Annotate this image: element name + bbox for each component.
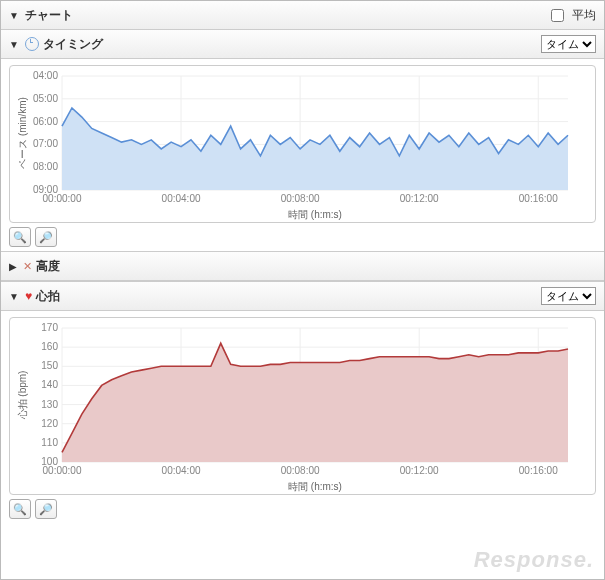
zoom-out-button[interactable]: 🔎 [35,499,57,519]
svg-text:時間 (h:m:s): 時間 (h:m:s) [288,481,342,492]
svg-text:00:00:00: 00:00:00 [43,193,82,204]
svg-text:00:16:00: 00:16:00 [519,465,558,476]
hr-chart: 10011012013014015016017000:00:0000:04:00… [9,317,596,495]
svg-text:00:04:00: 00:04:00 [162,465,201,476]
timing-chart: 04:0005:0006:0007:0008:0009:0000:00:0000… [9,65,596,223]
svg-text:04:00: 04:00 [33,70,58,81]
collapse-icon[interactable]: ▼ [9,10,19,21]
clock-icon [25,37,39,51]
svg-text:120: 120 [41,418,58,429]
average-toggle[interactable]: 平均 [551,7,596,24]
collapse-icon[interactable]: ▼ [9,291,19,302]
hr-tools: 🔍 🔎 [9,499,596,519]
svg-text:05:00: 05:00 [33,93,58,104]
zoom-in-button[interactable]: 🔍 [9,499,31,519]
collapse-icon[interactable]: ▼ [9,39,19,50]
svg-text:140: 140 [41,379,58,390]
header-title: チャート [25,7,551,24]
zoom-out-button[interactable]: 🔎 [35,227,57,247]
svg-text:110: 110 [41,437,58,448]
svg-text:150: 150 [41,360,58,371]
section-hr: ▼ ♥ 心拍 タイム 10011012013014015016017000:00… [1,282,604,523]
timing-tools: 🔍 🔎 [9,227,596,247]
average-checkbox[interactable] [551,9,564,22]
section-elevation: ▶ ✕ 高度 [1,252,604,282]
expand-icon[interactable]: ▶ [9,261,17,272]
svg-text:心拍 (bpm): 心拍 (bpm) [17,371,28,421]
svg-text:00:16:00: 00:16:00 [519,193,558,204]
svg-text:170: 170 [41,322,58,333]
section-hr-header: ▼ ♥ 心拍 タイム [1,282,604,311]
section-timing-title: タイミング [43,36,541,53]
svg-text:00:00:00: 00:00:00 [43,465,82,476]
svg-text:00:08:00: 00:08:00 [281,193,320,204]
section-elevation-header: ▶ ✕ 高度 [1,252,604,281]
svg-text:06:00: 06:00 [33,116,58,127]
hr-axis-select[interactable]: タイム [541,287,596,305]
timing-chart-wrap: 04:0005:0006:0007:0008:0009:0000:00:0000… [1,59,604,251]
svg-text:00:08:00: 00:08:00 [281,465,320,476]
header-bar: ▼ チャート 平均 [1,1,604,30]
average-label: 平均 [572,7,596,24]
hr-chart-wrap: 10011012013014015016017000:00:0000:04:00… [1,311,604,523]
svg-text:時間 (h:m:s): 時間 (h:m:s) [288,209,342,220]
watermark: Response. [474,547,594,573]
svg-text:07:00: 07:00 [33,138,58,149]
svg-text:00:12:00: 00:12:00 [400,465,439,476]
elevation-icon: ✕ [23,260,32,273]
svg-text:160: 160 [41,341,58,352]
svg-text:08:00: 08:00 [33,161,58,172]
hr-chart-svg: 10011012013014015016017000:00:0000:04:00… [14,322,574,492]
zoom-in-button[interactable]: 🔍 [9,227,31,247]
svg-text:130: 130 [41,399,58,410]
svg-text:00:04:00: 00:04:00 [162,193,201,204]
section-elevation-title: 高度 [36,258,596,275]
timing-axis-select[interactable]: タイム [541,35,596,53]
heart-icon: ♥ [25,289,32,303]
svg-text:ペース (min/km): ペース (min/km) [17,97,28,169]
section-timing-header: ▼ タイミング タイム [1,30,604,59]
section-hr-title: 心拍 [36,288,541,305]
pace-chart-svg: 04:0005:0006:0007:0008:0009:0000:00:0000… [14,70,574,220]
section-timing: ▼ タイミング タイム 04:0005:0006:0007:0008:0009:… [1,30,604,252]
svg-text:00:12:00: 00:12:00 [400,193,439,204]
app-root: ▼ チャート 平均 ▼ タイミング タイム 04:0005:0006:0007:… [0,0,605,580]
